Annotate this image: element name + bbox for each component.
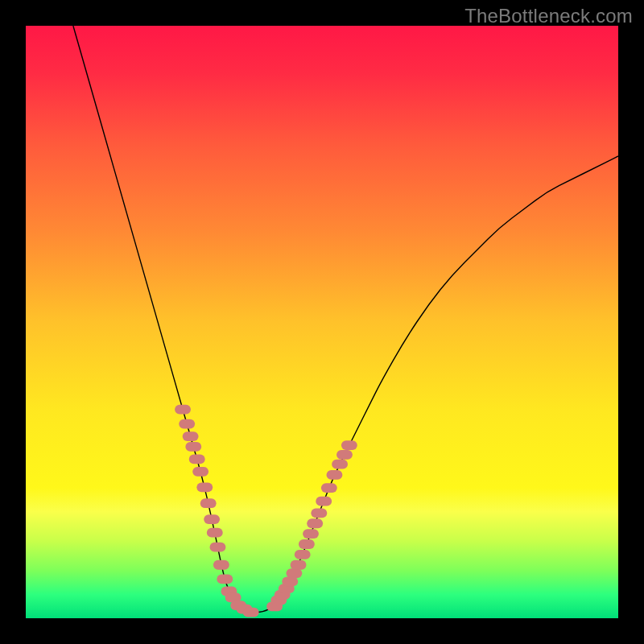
watermark-text: TheBottleneck.com [464,5,633,27]
marker-pill [299,539,315,549]
marker-pill [311,508,327,518]
marker-pill [303,529,319,539]
marker-pill [192,467,208,477]
marker-pill [243,608,259,617]
marker-pill [179,419,195,429]
marker-pill [183,431,199,441]
marker-pill [321,483,337,493]
marker-pill [200,498,217,508]
marker-pill [210,543,226,552]
marker-pill [332,460,348,469]
chart-curve [26,26,618,618]
marker-pill [295,550,311,559]
marker-pill [196,482,213,492]
plot-area [26,26,618,618]
marker-pill [341,440,357,450]
chart-stage: TheBottleneck.com [0,0,644,644]
marker-pill [213,560,229,570]
marker-pill [185,442,201,452]
marker-pill [291,560,307,570]
marker-pill [286,568,302,578]
marker-pill [307,518,323,528]
marker-pill [336,450,353,460]
marker-pill [316,497,332,506]
marker-pill [327,470,343,480]
marker-pill [189,454,205,464]
marker-pill [175,405,191,415]
marker-pill [282,576,298,586]
marker-pill [217,575,233,584]
marker-pill [207,528,223,538]
marker-pill [204,514,220,524]
